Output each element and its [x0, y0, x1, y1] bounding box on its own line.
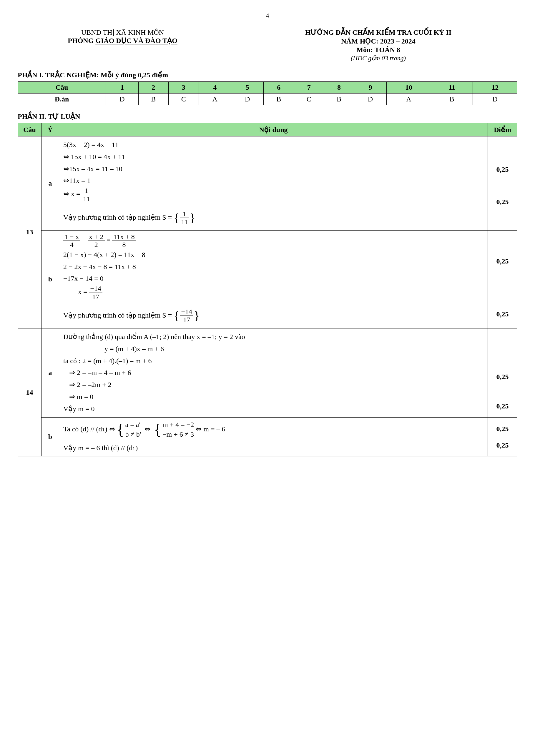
score-value: 0,25 [492, 275, 513, 319]
q14b-content: Ta có (d) // (d₁) ⇔ { a = a' b ≠ b' ⇔ { … [59, 417, 488, 456]
title-line: HƯỚNG DẪN CHẤM KIỂM TRA CUỐI KỲ II [239, 28, 517, 37]
math-line: ⇒ 2 = –2m + 2 [63, 379, 484, 391]
mc-ans: D [106, 94, 138, 105]
math-line: ⇔11x = 1 [63, 175, 484, 187]
equals-sign: = [106, 236, 111, 244]
pages-note: (HDC gồm 03 trang) [239, 54, 517, 62]
q13b-label: b [42, 230, 59, 328]
q14a-content: Đường thẳng (d) qua điểm A (–1; 2) nên t… [59, 328, 488, 417]
mc-ans: A [199, 94, 231, 105]
q13b-content: 1 − x 4 − x + 2 2 = 11x + 8 8 2(1 − x) −… [59, 230, 488, 328]
mc-ans: B [324, 94, 354, 105]
row-q13b: b 1 − x 4 − x + 2 2 = 11x + 8 8 2(1 − x)… [18, 230, 517, 328]
set-braces: { −14 17 } [174, 306, 200, 326]
frac-den: 17 [180, 316, 193, 323]
math-line: ⇒ 2 = –m – 4 – m + 6 [63, 367, 484, 379]
conclusion-line: Vậy phương trình có tập nghiệm S = { 1 1… [63, 208, 484, 228]
fraction: −14 17 [89, 284, 103, 301]
document-header: UBND THỊ XÃ KINH MÔN PHÒNG GIÁO DỤC VÀ Đ… [18, 28, 517, 62]
frac-num: 1 [82, 187, 91, 195]
subject-line: Môn: TOÁN 8 [239, 46, 517, 54]
mc-q: 11 [431, 82, 473, 94]
frac-num: 11x + 8 [112, 233, 136, 241]
math-prefix: x = [78, 288, 89, 296]
q14a-label: a [42, 328, 59, 417]
th-diem: Điểm [488, 123, 517, 136]
frac-num: −14 [89, 284, 103, 293]
conclusion-prefix: Vậy phương trình có tập nghiệm S = [63, 213, 174, 221]
frac-num: −14 [180, 308, 193, 316]
year-line: NĂM HỌC: 2023 – 2024 [239, 37, 517, 45]
mc-ans: D [354, 94, 386, 105]
mc-ans: C [169, 94, 199, 105]
mc-ans: B [431, 94, 473, 105]
frac-den: 4 [63, 241, 80, 249]
set-fraction: −14 17 [179, 308, 194, 324]
mc-q: 10 [387, 82, 431, 94]
math-line: ⇔ 15x + 10 = 4x + 11 [63, 151, 484, 163]
math-line: 2 − 2x − 4x − 8 = 11x + 8 [63, 261, 484, 273]
dept-prefix: PHÒNG [68, 37, 95, 44]
brace-left-icon: { [117, 422, 124, 437]
case-line: a = a' [126, 420, 141, 430]
iff-symbol: ⇔ [143, 423, 152, 435]
row-q13a: 13 a 5(3x + 2) = 4x + 11 ⇔ 15x + 10 = 4x… [18, 136, 517, 230]
fraction: 1 − x 4 [63, 233, 80, 249]
conclusion-prefix: Vậy phương trình có tập nghiệm S = [63, 311, 174, 319]
q13a-content: 5(3x + 2) = 4x + 11 ⇔ 15x + 10 = 4x + 11… [59, 136, 488, 230]
math-line: Ta có (d) // (d₁) ⇔ { a = a' b ≠ b' ⇔ { … [63, 420, 484, 440]
mc-ans: D [231, 94, 264, 105]
brace-left-icon: { [154, 422, 161, 437]
q13-label: 13 [18, 136, 42, 329]
header-right: HƯỚNG DẪN CHẤM KIỂM TRA CUỐI KỲ II NĂM H… [239, 28, 517, 62]
math-prefix: Ta có (d) // (d₁) ⇔ [63, 425, 117, 433]
q14a-scores: 0,25 0,25 [488, 328, 517, 417]
mc-q: 12 [473, 82, 517, 94]
mc-q: 2 [138, 82, 168, 94]
dept-underlined: GIÁO DỤC VÀ ĐÀO TẠO [95, 37, 177, 44]
section2-title: PHẦN II. TỰ LUẬN [18, 112, 517, 121]
mc-label-cau: Câu [18, 82, 106, 94]
math-line: −17x − 14 = 0 [63, 273, 484, 284]
frac-num: x + 2 [88, 233, 105, 241]
issuer-line: UBND THỊ XÃ KINH MÔN [18, 28, 228, 37]
q14b-scores: 0,25 0,25 [488, 417, 517, 456]
math-line: ⇒ m = 0 [63, 391, 484, 403]
score-value: 0,25 [492, 332, 513, 382]
row-q14a: 14 a Đường thẳng (d) qua điểm A (–1; 2) … [18, 328, 517, 417]
score-value: 0,25 [492, 382, 513, 414]
mc-q: 4 [199, 82, 231, 94]
mc-q: 6 [264, 82, 294, 94]
frac-num: 1 − x [63, 233, 80, 241]
brace-left-icon: { [174, 306, 179, 326]
mc-ans: C [294, 94, 324, 105]
q13a-label: a [42, 136, 59, 230]
math-line: ⇔15x – 4x = 11 – 10 [63, 163, 484, 175]
mc-ans: D [473, 94, 517, 105]
q14b-label: b [42, 417, 59, 456]
mc-q: 1 [106, 82, 138, 94]
mc-q: 3 [169, 82, 199, 94]
frac-den: 17 [89, 293, 103, 301]
essay-header-row: Câu Ý Nội dung Điểm [18, 123, 517, 136]
row-q14b: b Ta có (d) // (d₁) ⇔ { a = a' b ≠ b' ⇔ … [18, 417, 517, 456]
math-line: 1 − x 4 − x + 2 2 = 11x + 8 8 [63, 233, 484, 249]
conclusion-line: Vậy m = – 6 thì (d) // (d₁) [63, 442, 484, 454]
brace-right-icon: } [194, 306, 200, 326]
fraction: x + 2 2 [88, 233, 105, 249]
frac-den: 8 [112, 241, 136, 249]
frac-den: 11 [180, 218, 189, 226]
brace-left-icon: { [174, 208, 179, 228]
case-brace: { m + 4 = −2 −m + 6 ≠ 3 [154, 420, 194, 440]
mc-ans: A [387, 94, 431, 105]
score-value: 0,25 [492, 240, 513, 275]
math-line: ⇔ x = 1 11 [63, 187, 484, 202]
q14-label: 14 [18, 328, 42, 456]
mc-label-dapan: Đ.án [18, 94, 106, 105]
conclusion-line: Vậy phương trình có tập nghiệm S = { −14… [63, 306, 484, 326]
frac-num: 1 [180, 210, 189, 218]
fraction: 1 11 [82, 187, 91, 202]
th-y: Ý [42, 123, 59, 136]
mc-q: 9 [354, 82, 386, 94]
mc-header-row: Câu 1 2 3 4 5 6 7 8 9 10 11 12 [18, 82, 517, 94]
